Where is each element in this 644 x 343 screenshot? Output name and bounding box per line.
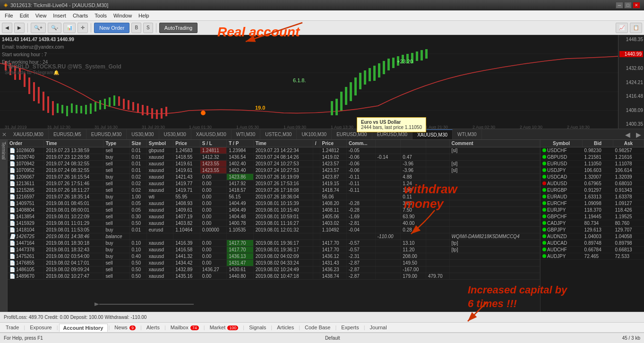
- symbol-row-8[interactable]: EURCHF 1.09098 1.09127: [541, 200, 644, 207]
- tab-signals[interactable]: Signals: [245, 324, 270, 331]
- trade-row-18[interactable]: 📄1486105 2019.08.02 09:09:24 sell 0.50 x…: [8, 266, 540, 273]
- svg-rect-19: [66, 106, 68, 116]
- chart-tab-2[interactable]: EURUSD,M30: [86, 129, 127, 140]
- menu-help[interactable]: Help: [136, 12, 152, 19]
- menu-insert[interactable]: Insert: [50, 12, 69, 19]
- new-order-button[interactable]: New Order: [94, 23, 129, 33]
- minimize-button[interactable]: ─: [616, 2, 623, 9]
- symbol-row-5[interactable]: AUDUSD 0.67965 0.68010: [541, 180, 644, 187]
- svg-rect-61: [425, 49, 428, 59]
- trade-row-11[interactable]: 📄1415929 2019.08.01 11:01:29 sell 0.50 x…: [8, 220, 540, 227]
- zoom-out-button[interactable]: 🔍-: [48, 23, 61, 33]
- menu-tools[interactable]: Tools: [92, 12, 110, 19]
- chart-tab-0[interactable]: XAUUSD,M30: [9, 129, 49, 140]
- cell-sl: 0.00: [200, 187, 226, 194]
- tab-mailbox[interactable]: Mailbox 74: [167, 324, 203, 331]
- chart-properties-button[interactable]: 📊: [63, 23, 76, 33]
- chart-tab-7[interactable]: USTEC,M30: [260, 129, 297, 140]
- tab-market[interactable]: Market 100: [206, 324, 242, 331]
- symbol-row-4[interactable]: USDCAD 1.32007 1.32039: [541, 174, 644, 180]
- trade-row-3[interactable]: 📄1070952 2019.07.24 08:32:55 sell 0.01 x…: [8, 167, 540, 174]
- trade-row-14[interactable]: 📄1447164 2019.08.01 18:30:18 buy 0.10 xa…: [8, 240, 540, 247]
- symbol-row-10[interactable]: GBPCHF 1.19445 1.19525: [541, 214, 644, 220]
- symbol-row-3[interactable]: USDJPY 106.603 106.614: [541, 167, 644, 174]
- symbol-row-11[interactable]: CADJPY 80.734 80.760: [541, 220, 644, 227]
- maximize-button[interactable]: □: [624, 2, 632, 9]
- trade-row-8[interactable]: 📄1409751 2019.08.01 08:45:01 sell 0.05 x…: [8, 200, 540, 207]
- chart-tab-12[interactable]: WTI,M30: [453, 129, 482, 140]
- cell-type: sell: [103, 180, 129, 187]
- symbol-row-0[interactable]: USDCHF 0.98230 0.98257: [541, 147, 644, 154]
- tab-codebase[interactable]: Code Base: [301, 324, 334, 331]
- autotrading-button[interactable]: AutoTrading: [159, 23, 198, 33]
- symbol-row-6[interactable]: EURGBP 0.91297 0.91343: [541, 187, 644, 194]
- trade-row-10[interactable]: 📄1413854 2019.08.01 10:22:09 sell 0.30 x…: [8, 214, 540, 220]
- trade-row-17[interactable]: 📄1476855 2019.08.02 04:17:01 sell 0.50 x…: [8, 260, 540, 266]
- svg-text:31 Jul 12:30: 31 Jul 12:30: [47, 125, 70, 129]
- price-label-6: 1400.35: [619, 121, 643, 127]
- chart-tab-8[interactable]: UK100,M30: [297, 129, 332, 140]
- symbol-row-14[interactable]: AUDCAD 0.89748 0.89798: [541, 240, 644, 247]
- trade-row-12[interactable]: 📄1418104 2019.08.01 11:53:05 buy 0.01 eu…: [8, 227, 540, 233]
- symbol-row-1[interactable]: GBPUSD 1.21581 1.21616: [541, 154, 644, 161]
- menu-file[interactable]: File: [2, 12, 16, 19]
- close-button[interactable]: ✕: [633, 2, 640, 9]
- cell-comment: [449, 174, 540, 180]
- status-bar: For Help, press F1 Default 45 / 3 kb: [0, 333, 644, 343]
- menu-charts[interactable]: Charts: [70, 12, 91, 19]
- chart-tab-6[interactable]: WTI,M30: [232, 129, 261, 140]
- scroll-tabs-right[interactable]: ▶: [633, 131, 644, 138]
- sell-button[interactable]: S: [143, 23, 153, 33]
- menu-window[interactable]: Window: [111, 12, 135, 19]
- svg-text:19.0: 19.0: [255, 105, 265, 111]
- trade-row-6[interactable]: 📄1215285 2019.07.26 18:11:27 sell 0.02 x…: [8, 187, 540, 194]
- symbol-row-12[interactable]: GBPJPY 129.613 129.707: [541, 227, 644, 233]
- zoom-in-button[interactable]: 🔍+: [31, 23, 46, 33]
- scroll-tabs-left[interactable]: ◀: [622, 131, 633, 138]
- tab-articles[interactable]: Articles: [273, 324, 298, 331]
- tab-account-history[interactable]: Account History: [59, 324, 108, 332]
- symbol-row-16[interactable]: AUDJPY 72.465 72.533: [541, 253, 644, 260]
- symbol-row-15[interactable]: AUDCHF 0.66784 0.66813: [541, 247, 644, 253]
- forward-button[interactable]: ▶: [14, 23, 25, 33]
- trade-row-2[interactable]: 📄1070942 2019.07.24 08:32:55 sell 0.01 x…: [8, 161, 540, 167]
- menu-view[interactable]: View: [33, 12, 50, 19]
- trade-row-19[interactable]: 📄1489670 2019.08.02 10:27:47 sell 0.50 x…: [8, 273, 540, 280]
- trade-row-7[interactable]: 📄1216597 2019.07.26 18:35:14 buy 1.00 wt…: [8, 194, 540, 200]
- symbol-row-7[interactable]: EURAUD 1.63313 1.63378: [541, 194, 644, 200]
- indicator-button[interactable]: 📈: [616, 23, 628, 33]
- symbol-row-13[interactable]: AUDNZD 1.04003 1.04058: [541, 233, 644, 240]
- symbol-row-2[interactable]: EURUSD 1.11050 1.11078: [541, 161, 644, 167]
- tab-experts[interactable]: Experts: [337, 324, 362, 331]
- trade-row-4[interactable]: 📄1206067 2019.07.26 16:15:54 buy 0.02 xa…: [8, 174, 540, 180]
- symbol-row-9[interactable]: EURJPY 118.370 118.426: [541, 207, 644, 214]
- svg-rect-53: [387, 59, 390, 70]
- buy-button[interactable]: B: [131, 23, 141, 33]
- chart-tab-5[interactable]: XAUUSD,M30: [191, 129, 232, 140]
- crosshair-button[interactable]: ✛: [77, 23, 88, 33]
- cell-type: sell: [103, 200, 129, 207]
- trade-row-15[interactable]: 📄1447378 2019.08.01 18:32:43 buy 0.10 xa…: [8, 247, 540, 253]
- close-chart-icon[interactable]: ✕: [0, 131, 9, 138]
- trade-row-5[interactable]: 📄1213611 2019.07.26 17:51:46 sell 0.02 x…: [8, 180, 540, 187]
- tab-news[interactable]: News 9: [111, 324, 139, 331]
- menu-edit[interactable]: Edit: [17, 12, 32, 19]
- trade-row-1[interactable]: 📄1028740 2019.07.23 12:28:58 buy 0.01 xa…: [8, 154, 540, 161]
- chart-tab-1[interactable]: EURUSD,M5: [49, 129, 86, 140]
- trade-row-16[interactable]: 📄1475261 2019.08.02 03:54:00 buy 0.40 xa…: [8, 253, 540, 260]
- titlebar: ◈ 3012613: Tickmill-Live04 - [XAUUSD,M30…: [0, 0, 644, 10]
- trade-row-13[interactable]: 📄1426725 2019.08.01 14:38:46 balance -11…: [8, 233, 540, 240]
- terminal-sidebar[interactable]: Terminal: [0, 140, 8, 312]
- tab-alerts[interactable]: Alerts: [143, 324, 163, 331]
- sym-cell-ask: 1.04058: [613, 233, 644, 240]
- trade-row-9[interactable]: 📄1408804 2019.08.01 08:00:01 sell 0.05 x…: [8, 207, 540, 214]
- back-button[interactable]: ◀: [2, 23, 12, 33]
- chart-area[interactable]: 31 Jul 2019 31 Jul 12:30 31 Jul 16:30 31…: [0, 35, 644, 129]
- chart-tab-4[interactable]: US30,M30: [159, 129, 191, 140]
- chart-tab-3[interactable]: US30,M30: [127, 129, 159, 140]
- tab-exposure[interactable]: Exposure: [26, 324, 55, 331]
- trade-row-0[interactable]: 📄1028609 2019.07.23 13:38:59 sell 0.01 g…: [8, 147, 540, 154]
- tab-journal[interactable]: Journal: [366, 324, 391, 331]
- templates-button[interactable]: 📋: [630, 23, 642, 33]
- tab-trade[interactable]: Trade: [2, 324, 23, 331]
